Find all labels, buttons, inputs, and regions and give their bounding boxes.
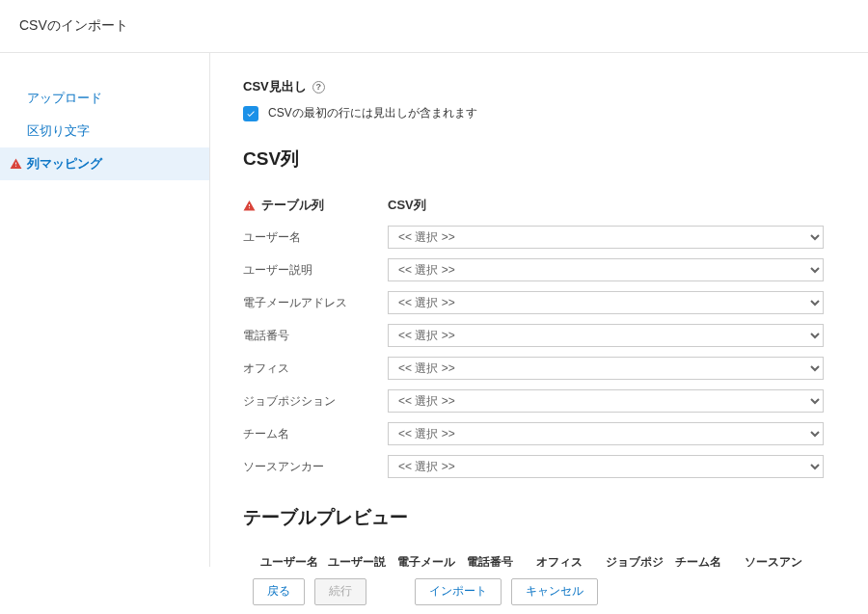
first-row-header-option[interactable]: CSVの最初の行には見出しが含まれます [243, 105, 835, 121]
map-row-team-name: チーム名 << 選択 >> [243, 422, 835, 445]
map-row-job-position: ジョブポジション << 選択 >> [243, 389, 835, 413]
map-select-email[interactable]: << 選択 >> [388, 291, 824, 314]
map-label: ジョブポジション [243, 393, 388, 410]
table-column-header-text: テーブル列 [261, 197, 324, 214]
sidebar-item-upload[interactable]: アップロード [0, 82, 209, 115]
csv-column-header: CSV列 [388, 197, 426, 214]
preview-table-header: ユーザー名 ユーザー説明 電子メールアドレス 電話番号 オフィス ジョブポジショ… [243, 551, 835, 567]
preview-th-email: 電子メールアドレス [395, 551, 465, 567]
map-select-phone[interactable]: << 選択 >> [388, 324, 824, 347]
preview-th-job-position: ジョブポジション [604, 551, 673, 567]
map-row-office: オフィス << 選択 >> [243, 357, 835, 380]
map-select-job-position[interactable]: << 選択 >> [388, 389, 824, 413]
map-row-source-anchor: ソースアンカー << 選択 >> [243, 455, 835, 478]
map-select-username[interactable]: << 選択 >> [388, 226, 824, 249]
map-label: オフィス [243, 360, 388, 377]
map-label: ユーザー説明 [243, 262, 388, 279]
map-row-email: 電子メールアドレス << 選択 >> [243, 291, 835, 314]
preview-th-source-anchor: ソースアンカー [743, 551, 812, 567]
map-select-user-description[interactable]: << 選択 >> [388, 258, 824, 281]
sidebar-item-label: アップロード [27, 90, 102, 107]
preview-th-user-description: ユーザー説明 [326, 551, 395, 567]
table-column-header: テーブル列 [243, 197, 388, 214]
map-label: ユーザー名 [243, 229, 388, 246]
csv-heading-label: CSV見出し ? [243, 78, 835, 95]
wizard-sidebar: アップロード 区切り文字 列マッピング [0, 53, 210, 567]
sidebar-item-delimiter[interactable]: 区切り文字 [0, 115, 209, 147]
page-title-text: CSVのインポート [19, 17, 128, 33]
wizard-footer: 戻る 続行 インポート キャンセル [0, 568, 854, 614]
preview-th-office: オフィス [534, 551, 604, 567]
preview-th-team-name: チーム名 [673, 551, 743, 567]
footer-right-group: インポート キャンセル [415, 578, 598, 605]
help-icon[interactable]: ? [312, 81, 325, 93]
warning-icon [10, 158, 22, 171]
map-label: ソースアンカー [243, 459, 388, 475]
mapping-header: テーブル列 CSV列 [243, 197, 835, 214]
cancel-button[interactable]: キャンセル [511, 578, 598, 605]
checkbox-label: CSVの最初の行には見出しが含まれます [268, 105, 477, 121]
csv-columns-title: CSV列 [243, 147, 835, 172]
sidebar-item-column-mapping[interactable]: 列マッピング [0, 147, 209, 180]
map-select-office[interactable]: << 選択 >> [388, 357, 824, 380]
mapping-rows: ユーザー名 << 選択 >> ユーザー説明 << 選択 >> 電子メールアドレス… [243, 226, 835, 478]
preview-th-username: ユーザー名 [243, 551, 326, 567]
continue-button: 続行 [314, 578, 366, 605]
csv-heading-text: CSV見出し [243, 78, 307, 95]
map-row-user-description: ユーザー説明 << 選択 >> [243, 258, 835, 281]
table-preview-title: テーブルプレビュー [243, 505, 835, 530]
map-row-username: ユーザー名 << 選択 >> [243, 226, 835, 249]
back-button[interactable]: 戻る [253, 578, 305, 605]
map-label: 電子メールアドレス [243, 295, 388, 311]
map-select-source-anchor[interactable]: << 選択 >> [388, 455, 824, 478]
warning-icon [243, 200, 256, 212]
sidebar-item-label: 列マッピング [27, 155, 102, 173]
preview-th-phone: 電話番号 [465, 551, 534, 567]
body: アップロード 区切り文字 列マッピング CSV見出し ? CSVの最初の行には見… [0, 53, 868, 567]
map-label: チーム名 [243, 426, 388, 442]
map-label: 電話番号 [243, 328, 388, 344]
page-title: CSVのインポート [0, 0, 868, 53]
map-select-team-name[interactable]: << 選択 >> [388, 422, 824, 445]
import-button[interactable]: インポート [415, 578, 502, 605]
map-row-phone: 電話番号 << 選択 >> [243, 324, 835, 347]
checkbox-icon[interactable] [243, 106, 258, 121]
main-content[interactable]: CSV見出し ? CSVの最初の行には見出しが含まれます CSV列 テーブル列 … [210, 53, 868, 567]
sidebar-item-label: 区切り文字 [27, 122, 90, 140]
